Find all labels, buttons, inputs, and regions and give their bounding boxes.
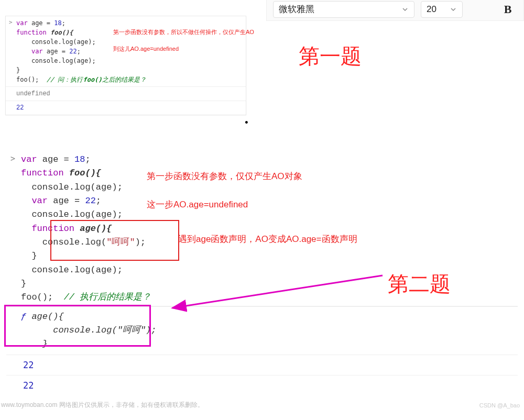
- watermark: CSDN @A_bao: [479, 402, 520, 408]
- chevron-down-icon: [450, 6, 457, 13]
- output-22-b: 22: [6, 375, 518, 395]
- chevron-down-icon: [401, 6, 409, 13]
- font-size-select[interactable]: 20: [421, 1, 463, 18]
- code-block-1: > var age = 18; function foo(){ console.…: [5, 16, 246, 115]
- annotation-b2-3: 遇到age函数声明，AO变成AO.age=函数声明: [178, 233, 357, 246]
- prompt-icon: >: [10, 153, 21, 165]
- output-22: 22: [16, 103, 243, 113]
- bold-label: B: [504, 3, 512, 16]
- output-function: ƒ age(){ console.log("呵呵"); }: [6, 306, 518, 355]
- font-family-select[interactable]: 微软雅黑: [273, 1, 414, 18]
- font-family-value: 微软雅黑: [279, 3, 314, 15]
- annotation-b2-1: 第一步函数没有参数，仅仅产生AO对象: [147, 170, 302, 183]
- annotation-1: 第一步函数没有参数，所以不做任何操作，仅仅产生AO: [113, 28, 254, 37]
- code-body-1: var age = 18; function foo(){ console.lo…: [16, 18, 243, 84]
- heading-q1: 第一题: [299, 42, 362, 71]
- prompt-icon: >: [9, 18, 16, 27]
- output-22-a: 22: [6, 355, 518, 375]
- font-size-value: 20: [427, 4, 436, 15]
- editor-toolbar: 微软雅黑 20 B: [266, 0, 524, 21]
- bold-button[interactable]: B: [498, 1, 517, 18]
- annotation-2: 到这儿AO.age=undefined: [113, 45, 179, 53]
- annotation-b2-2: 这一步AO.age=undefined: [147, 198, 248, 212]
- heading-q2: 第二题: [388, 270, 451, 299]
- output-undefined: undefined: [16, 89, 243, 98]
- bullet-dot: •: [244, 118, 249, 128]
- footer-disclaimer: www.toymoban.com 网络图片仅供展示，非存储，如有侵权请联系删除。: [1, 401, 204, 410]
